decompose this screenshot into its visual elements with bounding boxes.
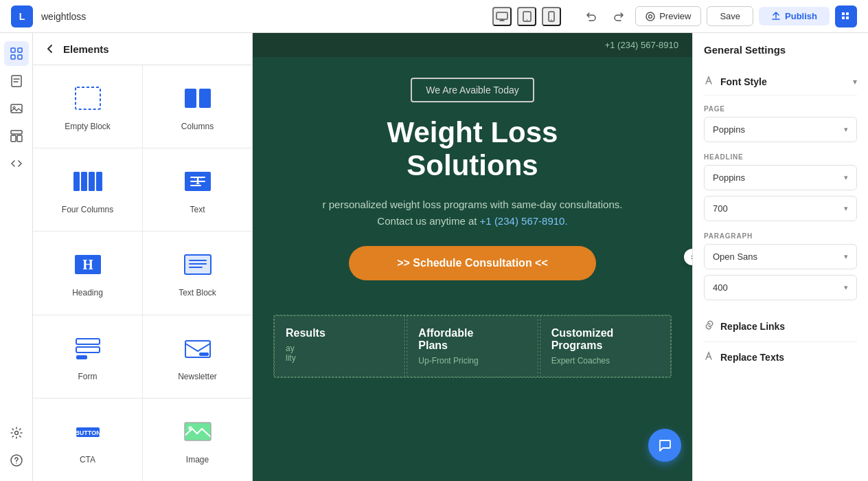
sidebar-code-btn[interactable] (4, 151, 29, 176)
feature-sub-2: Up-Front Pricing (418, 356, 526, 366)
element-heading[interactable]: H Heading (33, 232, 142, 314)
canvas-phone: +1 (234) 567-8910 (605, 40, 678, 50)
desktop-icon[interactable] (492, 7, 512, 26)
canvas-cta-button[interactable]: >> Schedule Consultation << (349, 246, 596, 280)
sidebar-sections-btn[interactable] (4, 124, 29, 148)
svg-rect-8 (846, 12, 849, 15)
icon-sidebar (0, 33, 33, 481)
svg-rect-41 (199, 353, 209, 356)
svg-rect-29 (89, 172, 95, 191)
replace-texts-row[interactable]: Replace Texts (704, 342, 857, 372)
svg-point-23 (16, 462, 16, 463)
element-text-block[interactable]: Text Block (143, 232, 252, 314)
paragraph-section-label: PARAGRAPH (704, 232, 857, 240)
element-empty-block[interactable]: Empty Block (33, 65, 142, 148)
svg-text:BUTTON: BUTTON (75, 429, 100, 436)
canvas-hero: We Are Avaible Today Weight Loss Solutio… (253, 57, 692, 315)
svg-text:H: H (82, 257, 93, 272)
newsletter-icon (181, 332, 214, 365)
replace-links-row[interactable]: Replace Links (704, 311, 857, 342)
paragraph-weight-value: 400 (713, 282, 728, 293)
grid-button[interactable] (835, 5, 857, 27)
svg-rect-20 (17, 135, 22, 142)
feature-card-2: AffordablePlans Up-Front Pricing (407, 315, 538, 377)
element-form[interactable]: Form (33, 315, 142, 398)
canvas-area: +1 (234) 567-8910 We Are Avaible Today W… (253, 33, 692, 481)
element-newsletter-label: Newsletter (178, 372, 217, 381)
sidebar-elements-btn[interactable] (4, 41, 29, 66)
font-style-row[interactable]: Font Style ▾ (704, 68, 857, 96)
element-form-label: Form (78, 372, 98, 381)
headline-weight-dropdown[interactable]: 700 ▾ (704, 196, 857, 221)
elements-panel-title: Elements (63, 43, 109, 55)
feature-title-3: CustomizedPrograms (551, 327, 659, 352)
canvas-subtext: r personalized weight loss programs with… (287, 197, 658, 230)
text-block-icon (181, 248, 214, 281)
replace-links-icon (704, 320, 715, 333)
svg-point-5 (646, 12, 654, 21)
elements-back-button[interactable] (44, 43, 56, 55)
svg-rect-25 (185, 89, 196, 108)
font-style-label: Font Style (720, 76, 767, 87)
replace-texts-label: Replace Texts (720, 352, 784, 363)
svg-rect-16 (11, 104, 22, 113)
element-four-columns[interactable]: Four Columns (33, 148, 142, 231)
feature-card-1: Results ay lity (274, 315, 405, 377)
topbar: L weightloss (0, 0, 868, 33)
sidebar-pages-btn[interactable] (4, 69, 29, 93)
element-text-block-label: Text Block (179, 288, 216, 298)
svg-rect-24 (76, 87, 100, 109)
page-font-dropdown[interactable]: Poppins ▾ (704, 117, 857, 142)
page-font-value: Poppins (713, 124, 745, 135)
chat-fab-button[interactable] (648, 429, 681, 462)
svg-rect-11 (11, 48, 15, 52)
main-area: Elements Empty Block (0, 33, 868, 481)
element-cta[interactable]: BUTTON CTA (33, 399, 142, 481)
headline-weight-value: 700 (713, 203, 728, 214)
sidebar-media-btn[interactable] (4, 96, 29, 121)
svg-rect-28 (81, 172, 87, 191)
element-image[interactable]: Image (143, 399, 252, 481)
svg-rect-19 (11, 135, 16, 142)
element-four-columns-label: Four Columns (62, 205, 113, 214)
sidebar-settings-btn[interactable] (4, 421, 29, 445)
paragraph-weight-dropdown[interactable]: 400 ▾ (704, 275, 857, 300)
feature-sub-1b: lity (286, 353, 393, 363)
svg-rect-12 (18, 48, 22, 52)
publish-button[interactable]: Publish (759, 7, 830, 25)
replace-links-label: Replace Links (720, 321, 785, 332)
canvas-features: Results ay lity AffordablePlans Up-Front… (273, 315, 672, 378)
empty-block-icon (71, 82, 104, 115)
element-columns[interactable]: Columns (143, 65, 252, 148)
undo-button[interactable] (580, 5, 602, 27)
tablet-icon[interactable] (517, 7, 536, 26)
form-icon (71, 332, 104, 365)
paragraph-font-dropdown[interactable]: Open Sans ▾ (704, 244, 857, 269)
canvas-topbar: +1 (234) 567-8910 (253, 33, 692, 57)
svg-rect-15 (12, 76, 21, 87)
svg-text:T: T (194, 175, 201, 186)
paragraph-font-value: Open Sans (713, 251, 757, 262)
element-empty-block-label: Empty Block (65, 122, 111, 131)
font-style-icon (704, 75, 715, 88)
svg-rect-9 (842, 16, 845, 19)
save-button[interactable]: Save (707, 6, 753, 26)
replace-texts-icon (704, 350, 715, 364)
svg-point-2 (526, 19, 527, 21)
redo-button[interactable] (608, 5, 630, 27)
element-newsletter[interactable]: Newsletter (143, 315, 252, 398)
svg-rect-38 (76, 347, 100, 353)
headline-font-arrow: ▾ (844, 173, 848, 182)
svg-rect-27 (73, 172, 80, 191)
element-text[interactable]: T Text (143, 148, 252, 231)
element-cta-label: CTA (80, 455, 95, 465)
columns-icon (181, 82, 214, 115)
sidebar-help-btn[interactable] (4, 448, 29, 473)
mobile-icon[interactable] (542, 7, 561, 26)
device-switcher (492, 7, 561, 26)
preview-button[interactable]: Preview (635, 6, 701, 26)
paragraph-font-section: PARAGRAPH Open Sans ▾ 400 ▾ (704, 232, 857, 300)
headline-font-dropdown[interactable]: Poppins ▾ (704, 165, 857, 190)
canvas-frame: +1 (234) 567-8910 We Are Avaible Today W… (253, 33, 692, 481)
canvas-cta-section: >> Schedule Consultation << (287, 246, 658, 280)
